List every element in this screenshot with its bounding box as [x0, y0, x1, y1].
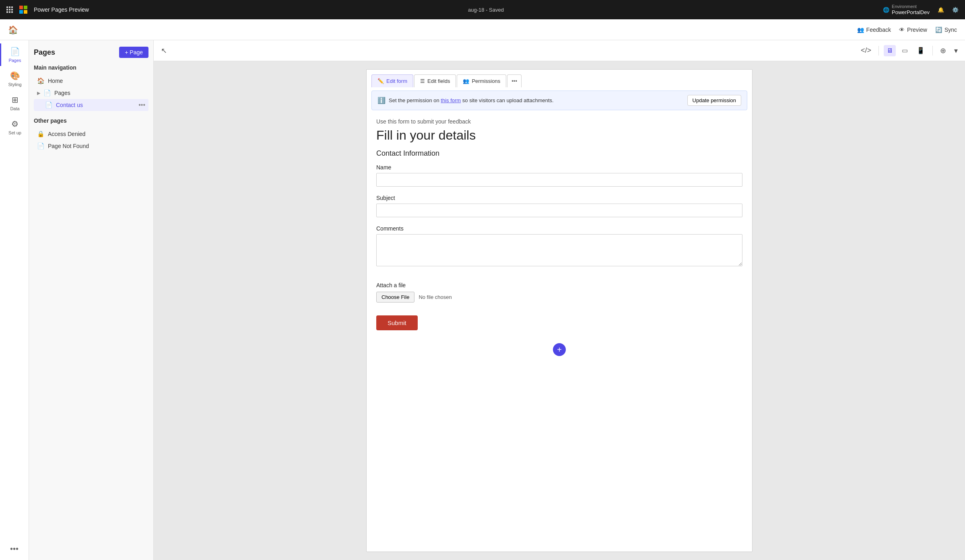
add-section-button[interactable]: + [553, 343, 566, 356]
canvas-toolbar: ↖ </> 🖥 ▭ 📱 ⊕ [154, 40, 965, 61]
permissions-label: Permissions [472, 78, 500, 84]
main-layout: 📄 Pages 🎨 Styling ⊞ Data ⚙ Set up ••• Pa… [0, 40, 965, 560]
more-icon: ••• [10, 544, 19, 553]
sidebar-item-data[interactable]: ⊞ Data [0, 92, 29, 114]
cursor-tool-button[interactable]: ↖ [159, 44, 169, 58]
preview-button[interactable]: 👁 Preview [899, 27, 927, 33]
edit-form-icon: ✏️ [377, 78, 384, 84]
permissions-icon: 👥 [463, 78, 469, 84]
edit-fields-icon: ☰ [420, 78, 425, 84]
bell-icon: 🔔 [938, 7, 944, 13]
file-attach-section: Attach a file Choose File No file chosen [376, 276, 742, 309]
feedback-button[interactable]: 👥 Feedback [857, 27, 891, 33]
secondary-bar: 🏠 👥 Feedback 👁 Preview 🔄 Sync [0, 19, 965, 40]
subject-input[interactable] [376, 204, 742, 217]
contact-us-more-icon[interactable]: ••• [138, 101, 145, 109]
permissions-tab[interactable]: 👥 Permissions [457, 74, 506, 87]
sidebar-styling-label: Styling [8, 82, 21, 87]
edit-fields-tab[interactable]: ☰ Edit fields [414, 74, 456, 87]
pages-nav-icon: 📄 [43, 89, 51, 97]
attach-label: Attach a file [376, 282, 742, 288]
notification-bell[interactable]: 🔔 [938, 7, 944, 13]
sidebar-item-pages[interactable]: 📄 Pages [0, 43, 29, 66]
environment-name: PowerPortalDev [892, 9, 930, 16]
environment-label: Environment [892, 4, 930, 9]
sidebar-item-setup[interactable]: ⚙ Set up [0, 116, 29, 138]
globe-icon: 🌐 [883, 7, 889, 13]
subject-label: Subject [376, 195, 742, 201]
waffle-menu[interactable] [6, 6, 13, 13]
comments-label: Comments [376, 225, 742, 232]
icon-sidebar: 📄 Pages 🎨 Styling ⊞ Data ⚙ Set up ••• [0, 40, 29, 560]
nav-item-home[interactable]: 🏠 Home [34, 75, 148, 87]
sidebar-pages-label: Pages [8, 58, 21, 63]
sidebar-data-label: Data [10, 106, 19, 111]
permission-form-link[interactable]: this form [441, 97, 461, 103]
other-pages-label: Other pages [34, 117, 148, 124]
canvas-area: ↖ </> 🖥 ▭ 📱 ⊕ [154, 40, 965, 560]
edit-form-tab[interactable]: ✏️ Edit form [371, 74, 413, 87]
sidebar-item-styling[interactable]: 🎨 Styling [0, 68, 29, 90]
permission-notice: ℹ️ Set the permission on this form so si… [371, 91, 747, 110]
form-content: Use this form to submit your feedback Fi… [367, 110, 752, 338]
styling-icon: 🎨 [10, 71, 20, 80]
form-toolbar-more-button[interactable]: ••• [507, 74, 522, 87]
sidebar-setup-label: Set up [8, 130, 21, 135]
zoom-button[interactable]: ⊕ [938, 44, 949, 58]
add-page-label: + Page [125, 49, 143, 56]
submit-button[interactable]: Submit [376, 315, 418, 330]
expand-arrow-icon: ▶ [37, 91, 40, 96]
page-not-found-label: Page Not Found [48, 143, 89, 149]
secondary-bar-right: 👥 Feedback 👁 Preview 🔄 Sync [857, 27, 957, 33]
edit-fields-label: Edit fields [427, 78, 450, 84]
edit-form-label: Edit form [386, 78, 407, 84]
form-title: Fill in your details [376, 128, 742, 143]
mobile-view-button[interactable]: 📱 [914, 45, 928, 56]
add-page-button[interactable]: + Page [119, 47, 148, 58]
feedback-icon: 👥 [857, 27, 864, 33]
form-section-title: Contact Information [376, 149, 742, 158]
canvas-toolbar-left: ↖ [159, 44, 169, 58]
gear-icon: ⚙️ [952, 7, 959, 13]
tablet-icon: ▭ [902, 47, 908, 54]
home-nav-icon: 🏠 [37, 77, 45, 84]
subject-field: Subject [376, 195, 742, 217]
sidebar-more[interactable]: ••• [10, 544, 19, 560]
update-permission-button[interactable]: Update permission [687, 95, 741, 106]
desktop-icon: 🖥 [887, 47, 893, 54]
sync-button[interactable]: 🔄 Sync [935, 27, 957, 33]
comments-field: Comments [376, 225, 742, 268]
secondary-bar-left: 🏠 [8, 25, 18, 35]
settings-gear[interactable]: ⚙️ [952, 7, 959, 13]
name-input[interactable] [376, 173, 742, 187]
form-more-icon: ••• [511, 78, 517, 84]
tablet-view-button[interactable]: ▭ [899, 45, 911, 56]
name-field: Name [376, 164, 742, 187]
zoom-icon: ⊕ [940, 47, 946, 55]
top-bar: Power Pages Preview aug-18 - Saved 🌐 Env… [0, 0, 965, 19]
document-title: aug-18 - Saved [468, 7, 504, 13]
nav-item-page-not-found[interactable]: 📄 Page Not Found [34, 140, 148, 152]
desktop-view-button[interactable]: 🖥 [884, 45, 896, 56]
svg-rect-0 [19, 6, 23, 9]
pages-panel-header: Pages + Page [34, 47, 148, 58]
no-file-text: No file chosen [419, 294, 452, 300]
comments-textarea[interactable] [376, 234, 742, 266]
home-label: Home [48, 78, 63, 84]
other-pages-section: Other pages 🔒 Access Denied 📄 Page Not F… [34, 117, 148, 152]
nav-item-contact-us[interactable]: 📄 Contact us ••• [34, 99, 148, 111]
choose-file-button[interactable]: Choose File [376, 292, 414, 303]
canvas-content: ✏️ Edit form ☰ Edit fields 👥 Permissions… [154, 61, 965, 560]
pages-icon: 📄 [10, 47, 20, 56]
page-not-found-icon: 📄 [37, 142, 45, 150]
nav-item-access-denied[interactable]: 🔒 Access Denied [34, 128, 148, 140]
nav-item-pages[interactable]: ▶ 📄 Pages [34, 87, 148, 99]
name-label: Name [376, 164, 742, 171]
home-icon[interactable]: 🏠 [8, 25, 18, 35]
zoom-dropdown-button[interactable]: ▾ [952, 44, 960, 58]
code-view-button[interactable]: </> [858, 44, 874, 57]
form-toolbar: ✏️ Edit form ☰ Edit fields 👥 Permissions… [367, 70, 752, 87]
sync-icon: 🔄 [935, 27, 942, 33]
environment-info[interactable]: 🌐 Environment PowerPortalDev [883, 4, 930, 16]
update-perm-label: Update permission [693, 97, 736, 103]
